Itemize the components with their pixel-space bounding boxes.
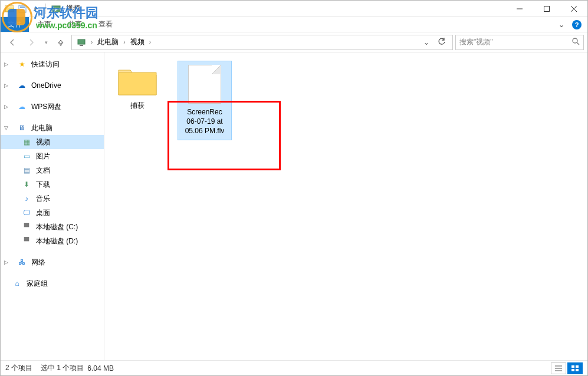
nav-network[interactable]: ▷🖧网络	[1, 255, 104, 269]
ribbon-expand-icon[interactable]: ⌄	[554, 21, 569, 29]
download-icon: ⬇	[22, 180, 31, 189]
recent-dropdown-icon[interactable]: ▾	[42, 35, 50, 50]
window-title: 视频	[66, 4, 80, 14]
main-area: ▷★快速访问 ▷☁OneDrive ▷☁WPS网盘 ▽🖥此电脑 ▦视频 ▭图片 …	[1, 52, 587, 360]
search-input[interactable]: 搜索"视频"	[455, 35, 584, 50]
file-icon	[188, 65, 221, 104]
nav-desktop[interactable]: 🖵桌面	[1, 206, 104, 220]
nav-drive-c[interactable]: ▀本地磁盘 (C:)	[1, 220, 104, 234]
nav-drive-d[interactable]: ▀本地磁盘 (D:)	[1, 234, 104, 248]
up-button[interactable]	[52, 35, 69, 50]
expand-icon[interactable]: ▷	[4, 61, 10, 67]
collapse-icon[interactable]: ▽	[4, 125, 10, 131]
chevron-right-icon[interactable]: ›	[90, 39, 94, 45]
svg-rect-9	[544, 6, 550, 11]
close-button[interactable]	[560, 1, 587, 17]
file-tab[interactable]: 文件	[1, 17, 29, 32]
svg-rect-12	[78, 39, 85, 44]
svg-rect-20	[576, 365, 579, 368]
nav-label: 下载	[36, 180, 50, 190]
nav-documents[interactable]: ▤文档	[1, 163, 104, 177]
window-controls	[506, 1, 587, 17]
pc-icon: 🖥	[17, 123, 27, 133]
nav-label: 本地磁盘 (C:)	[36, 222, 78, 232]
drive-icon: ▀	[22, 222, 31, 232]
nav-label: 网络	[31, 258, 45, 268]
ribbon-tabs: 文件 主页 共享 查看 ⌄ ?	[1, 17, 587, 32]
svg-rect-4	[20, 9, 25, 9]
file-list[interactable]: 捕获 ScreenRec 06-07-19 at 05.06 PM.flv	[104, 52, 587, 360]
nav-quick-access[interactable]: ▷★快速访问	[1, 57, 104, 71]
chevron-right-icon[interactable]: ›	[148, 39, 152, 45]
svg-rect-19	[571, 365, 574, 368]
tab-home[interactable]: 主页	[29, 17, 60, 32]
file-item-selected[interactable]: ScreenRec 06-07-19 at 05.06 PM.flv	[178, 61, 232, 140]
breadcrumb-current[interactable]: 视频	[128, 36, 147, 48]
folder-icon	[116, 64, 159, 97]
network-icon: 🖧	[17, 258, 27, 267]
svg-rect-21	[571, 369, 574, 371]
details-view-button[interactable]	[551, 362, 566, 374]
svg-rect-3	[20, 6, 25, 8]
icons-view-button[interactable]	[567, 362, 583, 374]
expand-icon[interactable]: ▷	[4, 259, 10, 265]
address-dropdown-icon[interactable]: ⌄	[421, 38, 432, 47]
document-icon: ▤	[22, 166, 31, 175]
chevron-right-icon[interactable]: ›	[122, 39, 126, 45]
nav-label: 此电脑	[31, 123, 52, 133]
expand-icon[interactable]: ▷	[4, 83, 10, 88]
nav-wps[interactable]: ▷☁WPS网盘	[1, 100, 104, 114]
nav-downloads[interactable]: ⬇下载	[1, 177, 104, 192]
nav-label: 快速访问	[31, 60, 60, 70]
nav-label: 视频	[36, 137, 50, 147]
help-icon[interactable]: ?	[572, 20, 582, 29]
refresh-icon[interactable]	[433, 37, 450, 47]
star-icon: ★	[17, 60, 27, 69]
explorer-icon	[4, 4, 15, 14]
nav-label: 本地磁盘 (D:)	[36, 236, 78, 246]
nav-label: 图片	[36, 151, 50, 161]
nav-label: WPS网盘	[31, 102, 61, 112]
back-button[interactable]	[4, 35, 21, 50]
separator	[45, 4, 46, 14]
minimize-button[interactable]	[506, 1, 533, 17]
nav-music[interactable]: ♪音乐	[1, 192, 104, 206]
svg-rect-22	[576, 369, 579, 371]
desktop-icon: 🖵	[22, 208, 31, 217]
nav-pictures[interactable]: ▭图片	[1, 149, 104, 163]
nav-onedrive[interactable]: ▷☁OneDrive	[1, 78, 104, 93]
svg-rect-13	[80, 45, 83, 46]
title-bar: ▾ 视频	[1, 1, 587, 17]
tab-view[interactable]: 查看	[90, 17, 121, 32]
folder-item[interactable]: 捕获	[110, 61, 165, 114]
homegroup-icon: ⌂	[12, 279, 22, 288]
search-icon[interactable]	[571, 37, 580, 47]
maximize-button[interactable]	[533, 1, 560, 17]
properties-icon[interactable]	[17, 4, 28, 14]
file-label: 捕获	[130, 101, 144, 110]
svg-point-14	[573, 38, 577, 43]
item-count: 2 个项目	[5, 363, 32, 373]
forward-button[interactable]	[23, 35, 40, 50]
nav-this-pc[interactable]: ▽🖥此电脑	[1, 121, 104, 135]
expand-icon[interactable]: ▷	[4, 104, 10, 110]
navigation-pane: ▷★快速访问 ▷☁OneDrive ▷☁WPS网盘 ▽🖥此电脑 ▦视频 ▭图片 …	[1, 52, 104, 360]
nav-label: 桌面	[36, 208, 50, 218]
qat-dropdown-icon[interactable]: ▾	[30, 4, 41, 14]
search-placeholder: 搜索"视频"	[459, 37, 493, 47]
svg-rect-1	[5, 6, 14, 8]
svg-line-15	[577, 42, 579, 45]
selection-info: 选中 1 个项目	[41, 363, 84, 373]
tab-share[interactable]: 共享	[60, 17, 90, 32]
pc-crumb-icon[interactable]	[74, 37, 88, 48]
selection-size: 6.04 MB	[87, 364, 114, 372]
nav-label: 文档	[36, 166, 50, 176]
breadcrumb-root[interactable]: 此电脑	[95, 36, 121, 48]
quick-access-toolbar: ▾	[1, 4, 61, 14]
picture-icon: ▭	[22, 151, 31, 161]
video-tools-icon	[51, 4, 61, 14]
nav-homegroup[interactable]: ⌂家庭组	[1, 276, 104, 291]
breadcrumb-box[interactable]: › 此电脑 › 视频 › ⌄	[71, 35, 453, 50]
music-icon: ♪	[22, 194, 31, 203]
nav-videos[interactable]: ▦视频	[1, 135, 104, 149]
